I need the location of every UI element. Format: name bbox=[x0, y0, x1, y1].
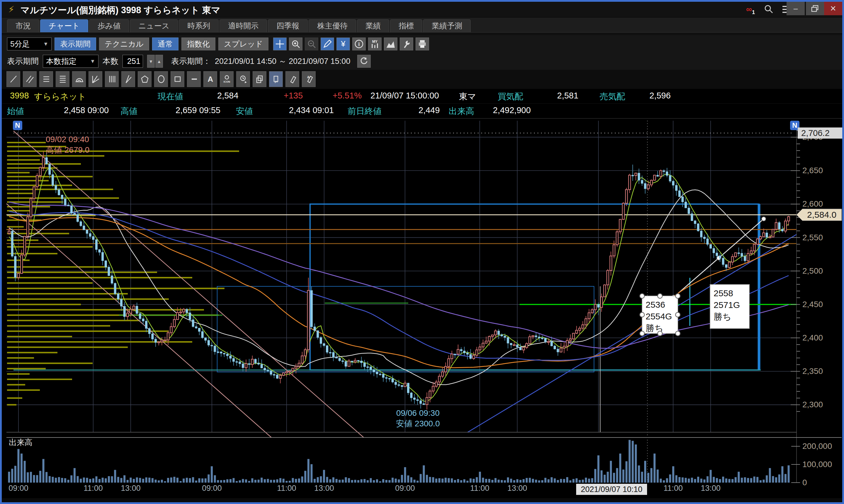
display-period-button[interactable]: 表示期間 bbox=[54, 37, 96, 50]
pencil-button[interactable] bbox=[321, 37, 334, 50]
my-indicator-button[interactable]: MY bbox=[368, 37, 381, 50]
chart-area[interactable]: 2,7002,6502,6002,5502,5002,4502,4002,350… bbox=[2, 119, 842, 498]
crosshair-button[interactable] bbox=[273, 37, 287, 50]
eraser-icon bbox=[288, 75, 297, 84]
time-axis-label: 13:00 bbox=[507, 484, 527, 492]
low-annotation: 09/06 09:30 bbox=[396, 409, 439, 417]
pentagon-icon bbox=[141, 75, 149, 84]
horizontal-lines-3-tool[interactable] bbox=[39, 71, 53, 87]
indexed-button[interactable]: 指数化 bbox=[181, 37, 215, 50]
text-tool[interactable]: A bbox=[203, 71, 217, 87]
selection-handle[interactable] bbox=[658, 331, 662, 336]
copy-tool[interactable] bbox=[253, 71, 266, 87]
info-button[interactable]: i bbox=[352, 37, 366, 50]
selection-handle[interactable] bbox=[676, 294, 680, 298]
label-current: 現在値 bbox=[158, 91, 183, 103]
label-ask: 売気配 bbox=[599, 91, 625, 103]
reload-button[interactable] bbox=[357, 55, 371, 68]
eraser-tool[interactable] bbox=[285, 71, 299, 87]
tab-指標[interactable]: 指標 bbox=[390, 19, 422, 32]
eraser-all-icon: A bbox=[305, 75, 313, 84]
normal-button[interactable]: 通常 bbox=[152, 37, 178, 50]
speed-lines-tool[interactable] bbox=[121, 71, 135, 87]
tab-歩み値[interactable]: 歩み値 bbox=[89, 19, 129, 32]
time-marker-tool[interactable] bbox=[236, 71, 250, 87]
trendline-tool[interactable] bbox=[6, 71, 20, 87]
prev-close-value: 2,449 bbox=[418, 106, 440, 115]
rectangle-tool[interactable] bbox=[170, 71, 184, 87]
selection-handle[interactable] bbox=[676, 312, 680, 317]
svg-text:i: i bbox=[358, 41, 360, 47]
count-up-button[interactable]: ▲ bbox=[155, 55, 163, 68]
bar-count-input[interactable] bbox=[123, 55, 143, 68]
open-value: 2,458 09:00 bbox=[64, 106, 109, 115]
price-axis-label: 2,300 bbox=[802, 400, 823, 409]
zoom-in-button[interactable] bbox=[289, 37, 302, 50]
zoom-out-icon bbox=[307, 39, 316, 48]
horizontal-lines-3-icon bbox=[42, 75, 50, 84]
printer-button[interactable] bbox=[416, 37, 429, 50]
vertical-lines-tool[interactable] bbox=[105, 71, 119, 87]
link-group-icon[interactable]: ∞1 bbox=[746, 5, 755, 16]
search-icon[interactable] bbox=[764, 4, 774, 15]
tab-チャート[interactable]: チャート bbox=[40, 19, 88, 32]
tab-適時開示[interactable]: 適時開示 bbox=[219, 19, 267, 32]
eraser-all-tool[interactable]: A bbox=[302, 71, 316, 87]
selection-handle[interactable] bbox=[640, 331, 644, 336]
selection-handle[interactable] bbox=[658, 294, 662, 298]
quote-row-1: 3998 すららネット 現在値 2,584 +135 +5.51% 21/09/… bbox=[2, 89, 842, 103]
tab-業績予測[interactable]: 業績予測 bbox=[423, 19, 471, 32]
interval-dropdown[interactable]: 5分足▼ bbox=[7, 37, 52, 50]
time-axis-label: 11:00 bbox=[470, 484, 489, 492]
selection-handle[interactable] bbox=[676, 331, 680, 336]
tab-市況[interactable]: 市況 bbox=[7, 19, 39, 32]
parallel-channel-tool[interactable] bbox=[23, 71, 37, 87]
tab-業績[interactable]: 業績 bbox=[357, 19, 389, 32]
tab-四季報[interactable]: 四季報 bbox=[268, 19, 308, 32]
tab-ニュース[interactable]: ニュース bbox=[130, 19, 178, 32]
quote-datetime: 21/09/07 15:00:00 bbox=[371, 91, 439, 101]
count-down-button[interactable]: ▼ bbox=[147, 55, 155, 68]
pentagon-tool[interactable] bbox=[138, 71, 151, 87]
n-value-label: 2,706.2 bbox=[801, 128, 830, 138]
hand-move-tool[interactable] bbox=[269, 71, 283, 87]
wrench-button[interactable] bbox=[400, 37, 413, 50]
spread-button[interactable]: スプレッド bbox=[218, 37, 268, 50]
zoom-in-icon bbox=[291, 39, 300, 48]
selection-handle[interactable] bbox=[640, 294, 644, 298]
current-price-tag: 2,584.0 bbox=[807, 210, 837, 219]
horizontal-segment-tool[interactable] bbox=[187, 71, 201, 87]
fibonacci-arc-tool[interactable] bbox=[72, 71, 86, 87]
selection-handle[interactable] bbox=[640, 312, 644, 317]
fan-lines-tool[interactable] bbox=[89, 71, 102, 87]
price-axis-label: 2,400 bbox=[802, 333, 823, 342]
fan-lines-icon bbox=[91, 75, 100, 84]
yen-button[interactable]: ¥ bbox=[337, 37, 350, 50]
chart-canvas[interactable]: 2,7002,6502,6002,5502,5002,4502,4002,350… bbox=[2, 119, 842, 499]
technical-button[interactable]: テクニカル bbox=[99, 37, 149, 50]
label-prev-close: 前日終値 bbox=[347, 106, 381, 117]
fibonacci-arc-icon bbox=[75, 75, 83, 84]
label-bid: 買気配 bbox=[498, 91, 523, 103]
price-axis-label: 2,600 bbox=[802, 199, 823, 208]
icon-stamp-tool[interactable]: ICON bbox=[220, 71, 234, 87]
rectangle-icon bbox=[174, 75, 182, 84]
area-chart-button[interactable] bbox=[384, 37, 397, 50]
close-button[interactable]: ✕ bbox=[824, 2, 842, 15]
hand-move-icon bbox=[272, 75, 280, 84]
count-mode-dropdown[interactable]: 本数指定▼ bbox=[43, 55, 98, 68]
time-axis-label: 13:00 bbox=[701, 484, 721, 492]
label-high: 高値 bbox=[121, 106, 138, 117]
minimize-button[interactable]: – bbox=[787, 2, 805, 15]
tab-時系列[interactable]: 時系列 bbox=[179, 19, 219, 32]
range-label: 表示期間 bbox=[7, 56, 39, 67]
ellipse-tool[interactable] bbox=[154, 71, 168, 87]
horizontal-lines-4-tool[interactable] bbox=[56, 71, 69, 87]
pencil-icon bbox=[323, 39, 332, 48]
tab-株主優待[interactable]: 株主優待 bbox=[309, 19, 356, 32]
volume-pane-label: 出来高 bbox=[9, 438, 33, 447]
drawing-toolbar: AICONA bbox=[2, 70, 842, 89]
restore-button[interactable] bbox=[806, 2, 824, 15]
zoom-out-button[interactable] bbox=[305, 37, 318, 50]
chevron-down-icon: ▼ bbox=[39, 41, 48, 47]
